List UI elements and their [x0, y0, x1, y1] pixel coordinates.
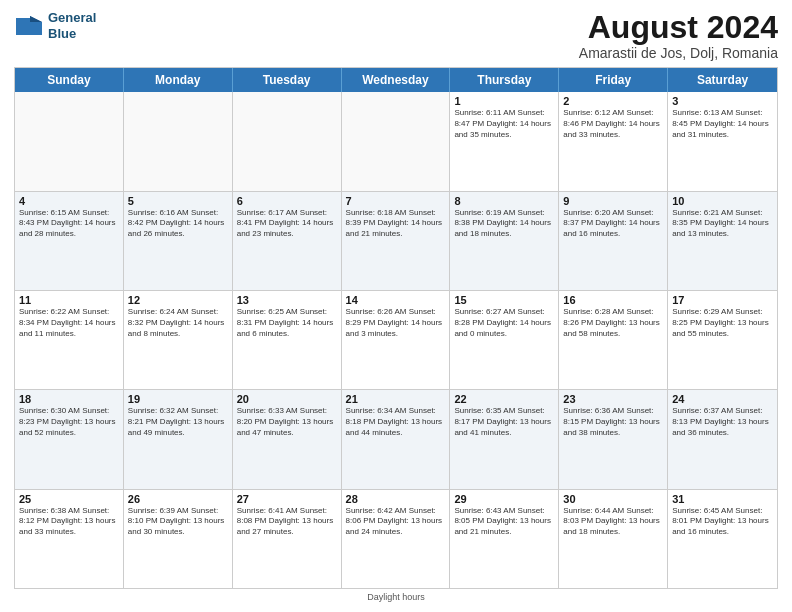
calendar-cell: 20Sunrise: 6:33 AM Sunset: 8:20 PM Dayli… — [233, 390, 342, 488]
day-number: 19 — [128, 393, 228, 405]
calendar-header-wednesday: Wednesday — [342, 68, 451, 92]
calendar-header-saturday: Saturday — [668, 68, 777, 92]
day-number: 18 — [19, 393, 119, 405]
calendar-cell: 16Sunrise: 6:28 AM Sunset: 8:26 PM Dayli… — [559, 291, 668, 389]
calendar-cell: 2Sunrise: 6:12 AM Sunset: 8:46 PM Daylig… — [559, 92, 668, 190]
calendar-week-4: 18Sunrise: 6:30 AM Sunset: 8:23 PM Dayli… — [15, 390, 777, 489]
cell-info: Sunrise: 6:21 AM Sunset: 8:35 PM Dayligh… — [672, 208, 773, 240]
day-number: 17 — [672, 294, 773, 306]
cell-info: Sunrise: 6:20 AM Sunset: 8:37 PM Dayligh… — [563, 208, 663, 240]
cell-info: Sunrise: 6:32 AM Sunset: 8:21 PM Dayligh… — [128, 406, 228, 438]
logo-line2: Blue — [48, 26, 96, 42]
calendar-body: 1Sunrise: 6:11 AM Sunset: 8:47 PM Daylig… — [15, 92, 777, 588]
calendar-cell: 10Sunrise: 6:21 AM Sunset: 8:35 PM Dayli… — [668, 192, 777, 290]
cell-info: Sunrise: 6:42 AM Sunset: 8:06 PM Dayligh… — [346, 506, 446, 538]
logo-icon — [14, 12, 44, 40]
calendar-cell: 27Sunrise: 6:41 AM Sunset: 8:08 PM Dayli… — [233, 490, 342, 588]
cell-info: Sunrise: 6:15 AM Sunset: 8:43 PM Dayligh… — [19, 208, 119, 240]
cell-info: Sunrise: 6:26 AM Sunset: 8:29 PM Dayligh… — [346, 307, 446, 339]
cell-info: Sunrise: 6:12 AM Sunset: 8:46 PM Dayligh… — [563, 108, 663, 140]
calendar-cell: 7Sunrise: 6:18 AM Sunset: 8:39 PM Daylig… — [342, 192, 451, 290]
day-number: 14 — [346, 294, 446, 306]
calendar-cell: 15Sunrise: 6:27 AM Sunset: 8:28 PM Dayli… — [450, 291, 559, 389]
calendar-header-thursday: Thursday — [450, 68, 559, 92]
cell-info: Sunrise: 6:28 AM Sunset: 8:26 PM Dayligh… — [563, 307, 663, 339]
calendar-week-3: 11Sunrise: 6:22 AM Sunset: 8:34 PM Dayli… — [15, 291, 777, 390]
calendar-cell: 13Sunrise: 6:25 AM Sunset: 8:31 PM Dayli… — [233, 291, 342, 389]
svg-rect-4 — [16, 32, 42, 35]
day-number: 21 — [346, 393, 446, 405]
calendar-cell: 11Sunrise: 6:22 AM Sunset: 8:34 PM Dayli… — [15, 291, 124, 389]
calendar-cell — [233, 92, 342, 190]
calendar-cell — [124, 92, 233, 190]
main-title: August 2024 — [579, 10, 778, 45]
day-number: 9 — [563, 195, 663, 207]
cell-info: Sunrise: 6:33 AM Sunset: 8:20 PM Dayligh… — [237, 406, 337, 438]
calendar-cell: 22Sunrise: 6:35 AM Sunset: 8:17 PM Dayli… — [450, 390, 559, 488]
day-number: 3 — [672, 95, 773, 107]
page: General Blue August 2024 Amarastii de Jo… — [0, 0, 792, 612]
logo-line1: General — [48, 10, 96, 26]
cell-info: Sunrise: 6:18 AM Sunset: 8:39 PM Dayligh… — [346, 208, 446, 240]
calendar: SundayMondayTuesdayWednesdayThursdayFrid… — [14, 67, 778, 589]
day-number: 22 — [454, 393, 554, 405]
cell-info: Sunrise: 6:25 AM Sunset: 8:31 PM Dayligh… — [237, 307, 337, 339]
day-number: 15 — [454, 294, 554, 306]
cell-info: Sunrise: 6:16 AM Sunset: 8:42 PM Dayligh… — [128, 208, 228, 240]
calendar-cell: 26Sunrise: 6:39 AM Sunset: 8:10 PM Dayli… — [124, 490, 233, 588]
calendar-cell: 21Sunrise: 6:34 AM Sunset: 8:18 PM Dayli… — [342, 390, 451, 488]
calendar-cell: 29Sunrise: 6:43 AM Sunset: 8:05 PM Dayli… — [450, 490, 559, 588]
calendar-cell: 3Sunrise: 6:13 AM Sunset: 8:45 PM Daylig… — [668, 92, 777, 190]
calendar-cell: 28Sunrise: 6:42 AM Sunset: 8:06 PM Dayli… — [342, 490, 451, 588]
footer-note: Daylight hours — [14, 592, 778, 602]
day-number: 6 — [237, 195, 337, 207]
day-number: 25 — [19, 493, 119, 505]
day-number: 31 — [672, 493, 773, 505]
calendar-cell: 25Sunrise: 6:38 AM Sunset: 8:12 PM Dayli… — [15, 490, 124, 588]
cell-info: Sunrise: 6:41 AM Sunset: 8:08 PM Dayligh… — [237, 506, 337, 538]
cell-info: Sunrise: 6:38 AM Sunset: 8:12 PM Dayligh… — [19, 506, 119, 538]
day-number: 1 — [454, 95, 554, 107]
calendar-cell: 14Sunrise: 6:26 AM Sunset: 8:29 PM Dayli… — [342, 291, 451, 389]
day-number: 30 — [563, 493, 663, 505]
day-number: 4 — [19, 195, 119, 207]
cell-info: Sunrise: 6:39 AM Sunset: 8:10 PM Dayligh… — [128, 506, 228, 538]
calendar-cell: 9Sunrise: 6:20 AM Sunset: 8:37 PM Daylig… — [559, 192, 668, 290]
calendar-cell: 6Sunrise: 6:17 AM Sunset: 8:41 PM Daylig… — [233, 192, 342, 290]
calendar-week-1: 1Sunrise: 6:11 AM Sunset: 8:47 PM Daylig… — [15, 92, 777, 191]
calendar-cell: 31Sunrise: 6:45 AM Sunset: 8:01 PM Dayli… — [668, 490, 777, 588]
cell-info: Sunrise: 6:22 AM Sunset: 8:34 PM Dayligh… — [19, 307, 119, 339]
day-number: 2 — [563, 95, 663, 107]
calendar-cell: 30Sunrise: 6:44 AM Sunset: 8:03 PM Dayli… — [559, 490, 668, 588]
day-number: 27 — [237, 493, 337, 505]
calendar-header: SundayMondayTuesdayWednesdayThursdayFrid… — [15, 68, 777, 92]
cell-info: Sunrise: 6:37 AM Sunset: 8:13 PM Dayligh… — [672, 406, 773, 438]
cell-info: Sunrise: 6:36 AM Sunset: 8:15 PM Dayligh… — [563, 406, 663, 438]
calendar-cell: 24Sunrise: 6:37 AM Sunset: 8:13 PM Dayli… — [668, 390, 777, 488]
day-number: 16 — [563, 294, 663, 306]
day-number: 11 — [19, 294, 119, 306]
logo: General Blue — [14, 10, 96, 41]
cell-info: Sunrise: 6:13 AM Sunset: 8:45 PM Dayligh… — [672, 108, 773, 140]
day-number: 5 — [128, 195, 228, 207]
calendar-header-monday: Monday — [124, 68, 233, 92]
calendar-week-5: 25Sunrise: 6:38 AM Sunset: 8:12 PM Dayli… — [15, 490, 777, 588]
calendar-cell: 19Sunrise: 6:32 AM Sunset: 8:21 PM Dayli… — [124, 390, 233, 488]
day-number: 20 — [237, 393, 337, 405]
calendar-week-2: 4Sunrise: 6:15 AM Sunset: 8:43 PM Daylig… — [15, 192, 777, 291]
calendar-cell: 23Sunrise: 6:36 AM Sunset: 8:15 PM Dayli… — [559, 390, 668, 488]
cell-info: Sunrise: 6:27 AM Sunset: 8:28 PM Dayligh… — [454, 307, 554, 339]
cell-info: Sunrise: 6:29 AM Sunset: 8:25 PM Dayligh… — [672, 307, 773, 339]
calendar-header-friday: Friday — [559, 68, 668, 92]
day-number: 23 — [563, 393, 663, 405]
calendar-header-sunday: Sunday — [15, 68, 124, 92]
calendar-cell: 1Sunrise: 6:11 AM Sunset: 8:47 PM Daylig… — [450, 92, 559, 190]
calendar-cell: 17Sunrise: 6:29 AM Sunset: 8:25 PM Dayli… — [668, 291, 777, 389]
day-number: 24 — [672, 393, 773, 405]
cell-info: Sunrise: 6:30 AM Sunset: 8:23 PM Dayligh… — [19, 406, 119, 438]
calendar-cell — [342, 92, 451, 190]
logo-text-block: General Blue — [48, 10, 96, 41]
day-number: 7 — [346, 195, 446, 207]
cell-info: Sunrise: 6:11 AM Sunset: 8:47 PM Dayligh… — [454, 108, 554, 140]
title-block: August 2024 Amarastii de Jos, Dolj, Roma… — [579, 10, 778, 61]
